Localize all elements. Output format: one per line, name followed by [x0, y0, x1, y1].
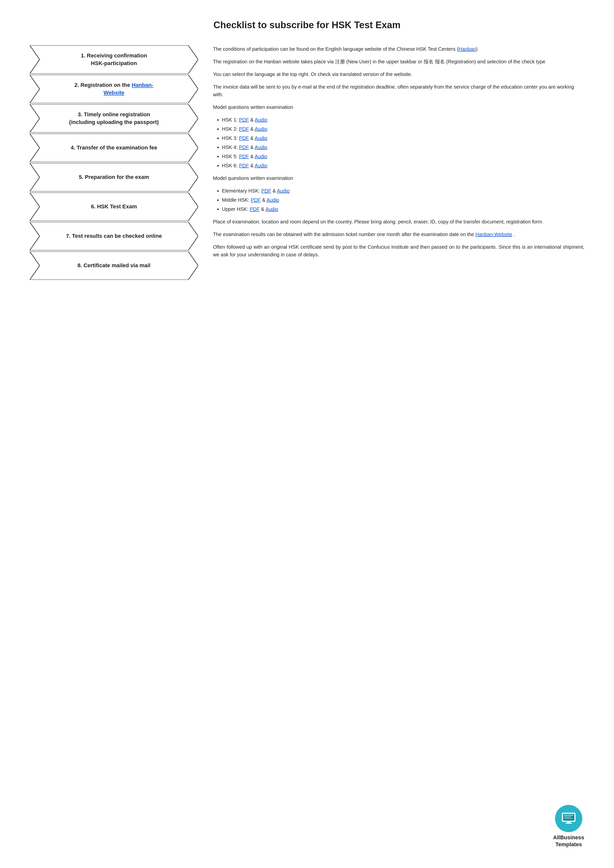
- hsk1-audio-link[interactable]: Audio: [255, 117, 267, 122]
- hsk5-pdf-link[interactable]: PDF: [239, 153, 249, 159]
- main-layout: 1. Receiving confirmationHSK-participati…: [30, 45, 584, 281]
- hsk-list-1: HSK 1: PDF & Audio HSK 2: PDF & Audio HS…: [222, 116, 584, 169]
- hsk2-pdf-link[interactable]: PDF: [239, 126, 249, 132]
- step-8-label: 8. Certificate mailed via mail: [63, 262, 165, 270]
- hsk6-audio-link[interactable]: Audio: [255, 163, 267, 168]
- section1-title: Model questions written examination: [213, 104, 584, 111]
- hanban-website-link2[interactable]: Hanban-Website: [476, 232, 513, 237]
- section2-title: Model questions written examination: [213, 174, 584, 182]
- hsk3-pdf-link[interactable]: PDF: [239, 135, 249, 141]
- step-3: 3. Timely online registration(including …: [30, 104, 198, 133]
- logo-container: AllBusiness Templates: [553, 805, 584, 848]
- logo-brand-text: AllBusiness Templates: [553, 834, 584, 848]
- description-column: The conditions of participation can be f…: [213, 45, 584, 264]
- step-4: 4. Transfer of the examination fee: [30, 133, 198, 162]
- desc-para1: The conditions of participation can be f…: [213, 45, 584, 53]
- step-8: 8. Certificate mailed via mail: [30, 251, 198, 280]
- desc-para5: Place of examination: location and room …: [213, 218, 584, 226]
- desc-para2: The registration on the Hanban website t…: [213, 58, 584, 65]
- list-item: HSK 1: PDF & Audio: [222, 116, 584, 124]
- elem-pdf-link[interactable]: PDF: [261, 188, 271, 194]
- desc-para3: You can select the language at the top r…: [213, 71, 584, 78]
- step-2: 2. Registration on the Hanban-Website: [30, 75, 198, 103]
- elem-audio-link[interactable]: Audio: [277, 188, 289, 194]
- hsk1-pdf-link[interactable]: PDF: [239, 117, 249, 122]
- list-item: HSK 5: PDF & Audio: [222, 153, 584, 160]
- hsk2-audio-link[interactable]: Audio: [255, 126, 267, 132]
- desc-para7: Often followed up with an original HSK c…: [213, 243, 584, 259]
- list-item: Elementary HSK: PDF & Audio: [222, 187, 584, 195]
- list-item: HSK 2: PDF & Audio: [222, 125, 584, 133]
- list-item: HSK 6: PDF & Audio: [222, 162, 584, 169]
- svg-rect-15: [566, 823, 572, 824]
- desc-para4: The invoice data will be sent to you by …: [213, 83, 584, 98]
- desc-para6: The examination results can be obtained …: [213, 231, 584, 238]
- hsk-list-2: Elementary HSK: PDF & Audio Middle HSK: …: [222, 187, 584, 213]
- list-item: Middle HSK: PDF & Audio: [222, 196, 584, 204]
- svg-rect-12: [564, 816, 571, 817]
- svg-rect-11: [564, 815, 574, 815]
- step-6-label: 6. HSK Test Exam: [76, 203, 152, 211]
- upper-pdf-link[interactable]: PDF: [250, 206, 260, 212]
- logo-icon: [560, 810, 577, 827]
- hanban-website-link[interactable]: Hanban-Website: [104, 82, 154, 96]
- step-7-label: 7. Test results can be checked online: [51, 232, 177, 240]
- hsk4-pdf-link[interactable]: PDF: [239, 144, 249, 150]
- step-1: 1. Receiving confirmationHSK-participati…: [30, 45, 198, 74]
- page-title: Checklist to subscribe for HSK Test Exam: [30, 20, 584, 31]
- logo-circle: [555, 805, 582, 832]
- list-item: HSK 3: PDF & Audio: [222, 134, 584, 142]
- steps-column: 1. Receiving confirmationHSK-participati…: [30, 45, 198, 281]
- svg-rect-14: [567, 822, 570, 823]
- hsk5-audio-link[interactable]: Audio: [255, 153, 267, 159]
- list-item: Upper HSK: PDF & Audio: [222, 205, 584, 213]
- step-4-label: 4. Transfer of the examination fee: [56, 144, 172, 152]
- mid-audio-link[interactable]: Audio: [266, 197, 279, 203]
- step-5-label: 5. Preparation for the exam: [64, 174, 164, 181]
- step-7: 7. Test results can be checked online: [30, 222, 198, 250]
- hsk6-pdf-link[interactable]: PDF: [239, 163, 249, 168]
- hanban-link[interactable]: Hanban: [459, 46, 476, 52]
- step-5: 5. Preparation for the exam: [30, 163, 198, 192]
- step-6: 6. HSK Test Exam: [30, 192, 198, 221]
- svg-rect-13: [564, 818, 572, 818]
- step-2-label: 2. Registration on the Hanban-Website: [59, 81, 168, 97]
- upper-audio-link[interactable]: Audio: [266, 206, 278, 212]
- step-1-label: 1. Receiving confirmationHSK-participati…: [66, 52, 162, 67]
- list-item: HSK 4: PDF & Audio: [222, 144, 584, 151]
- mid-pdf-link[interactable]: PDF: [251, 197, 261, 203]
- step-3-label: 3. Timely online registration(including …: [54, 111, 174, 126]
- hsk4-audio-link[interactable]: Audio: [255, 144, 267, 150]
- hsk3-audio-link[interactable]: Audio: [255, 135, 267, 141]
